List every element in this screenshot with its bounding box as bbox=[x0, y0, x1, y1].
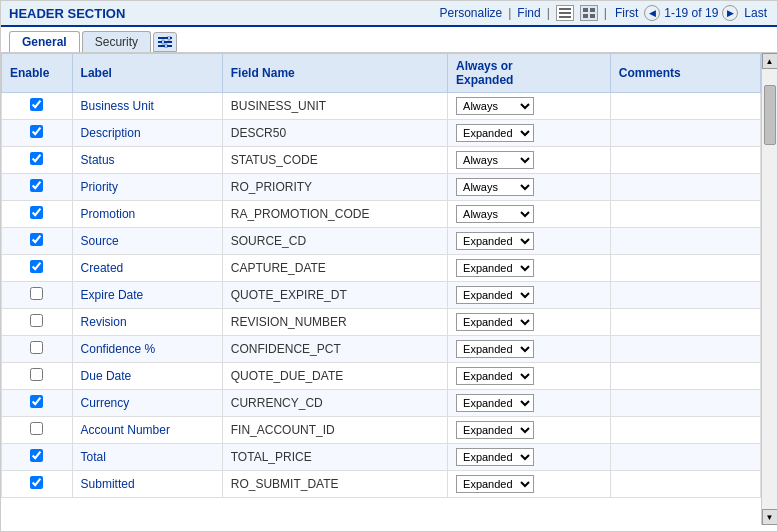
comments-cell bbox=[610, 309, 760, 336]
field-name-cell: DESCR50 bbox=[222, 120, 447, 147]
label-link[interactable]: Currency bbox=[81, 396, 130, 410]
label-link[interactable]: Total bbox=[81, 450, 106, 464]
table-row: RevisionREVISION_NUMBERAlwaysExpanded bbox=[2, 309, 761, 336]
expanded-select[interactable]: AlwaysExpanded bbox=[456, 97, 534, 115]
table-wrapper: Enable Label Field Name Always orExpande… bbox=[1, 53, 777, 525]
comments-cell bbox=[610, 201, 760, 228]
expanded-select[interactable]: AlwaysExpanded bbox=[456, 286, 534, 304]
table-header-row: Enable Label Field Name Always orExpande… bbox=[2, 54, 761, 93]
comments-cell bbox=[610, 120, 760, 147]
enable-checkbox[interactable] bbox=[30, 341, 43, 354]
expanded-select[interactable]: AlwaysExpanded bbox=[456, 232, 534, 250]
svg-rect-10 bbox=[168, 36, 170, 40]
tab-customize-icon[interactable] bbox=[153, 32, 177, 52]
enable-checkbox[interactable] bbox=[30, 152, 43, 165]
enable-checkbox[interactable] bbox=[30, 179, 43, 192]
label-link[interactable]: Business Unit bbox=[81, 99, 154, 113]
field-name-cell: STATUS_CODE bbox=[222, 147, 447, 174]
view-icon-2[interactable] bbox=[580, 5, 598, 21]
enable-checkbox[interactable] bbox=[30, 206, 43, 219]
label-link[interactable]: Expire Date bbox=[81, 288, 144, 302]
label-link[interactable]: Submitted bbox=[81, 477, 135, 491]
page-range: 1-19 of 19 bbox=[664, 6, 718, 20]
comments-cell bbox=[610, 444, 760, 471]
enable-checkbox[interactable] bbox=[30, 368, 43, 381]
label-link[interactable]: Promotion bbox=[81, 207, 136, 221]
col-fieldname: Field Name bbox=[222, 54, 447, 93]
enable-checkbox[interactable] bbox=[30, 449, 43, 462]
scrollbar-thumb[interactable] bbox=[764, 85, 776, 145]
label-link[interactable]: Description bbox=[81, 126, 141, 140]
col-comments: Comments bbox=[610, 54, 760, 93]
enable-checkbox[interactable] bbox=[30, 125, 43, 138]
enable-checkbox[interactable] bbox=[30, 476, 43, 489]
label-link[interactable]: Created bbox=[81, 261, 124, 275]
table-scroll[interactable]: Enable Label Field Name Always orExpande… bbox=[1, 53, 761, 525]
table-row: TotalTOTAL_PRICEAlwaysExpanded bbox=[2, 444, 761, 471]
expanded-select[interactable]: AlwaysExpanded bbox=[456, 448, 534, 466]
view-icon-1[interactable] bbox=[556, 5, 574, 21]
field-name-cell: RO_SUBMIT_DATE bbox=[222, 471, 447, 498]
scroll-up-arrow[interactable]: ▲ bbox=[762, 53, 778, 69]
label-link[interactable]: Source bbox=[81, 234, 119, 248]
expanded-select[interactable]: AlwaysExpanded bbox=[456, 421, 534, 439]
label-link[interactable]: Account Number bbox=[81, 423, 170, 437]
table-row: Confidence %CONFIDENCE_PCTAlwaysExpanded bbox=[2, 336, 761, 363]
expanded-select[interactable]: AlwaysExpanded bbox=[456, 394, 534, 412]
table-row: Business UnitBUSINESS_UNITAlwaysExpanded bbox=[2, 93, 761, 120]
label-link[interactable]: Revision bbox=[81, 315, 127, 329]
next-icon[interactable]: ▶ bbox=[722, 5, 738, 21]
enable-checkbox[interactable] bbox=[30, 422, 43, 435]
comments-cell bbox=[610, 390, 760, 417]
table-row: CurrencyCURRENCY_CDAlwaysExpanded bbox=[2, 390, 761, 417]
field-name-cell: CAPTURE_DATE bbox=[222, 255, 447, 282]
enable-checkbox[interactable] bbox=[30, 395, 43, 408]
enable-checkbox[interactable] bbox=[30, 314, 43, 327]
expanded-select[interactable]: AlwaysExpanded bbox=[456, 178, 534, 196]
field-name-cell: REVISION_NUMBER bbox=[222, 309, 447, 336]
expanded-select[interactable]: AlwaysExpanded bbox=[456, 259, 534, 277]
comments-cell bbox=[610, 282, 760, 309]
comments-cell bbox=[610, 336, 760, 363]
expanded-select[interactable]: AlwaysExpanded bbox=[456, 313, 534, 331]
enable-checkbox[interactable] bbox=[30, 260, 43, 273]
comments-cell bbox=[610, 417, 760, 444]
field-name-cell: QUOTE_EXPIRE_DT bbox=[222, 282, 447, 309]
field-name-cell: RO_PRIORITY bbox=[222, 174, 447, 201]
expanded-select[interactable]: AlwaysExpanded bbox=[456, 205, 534, 223]
svg-rect-11 bbox=[162, 40, 164, 44]
label-link[interactable]: Due Date bbox=[81, 369, 132, 383]
prev-icon[interactable]: ◀ bbox=[644, 5, 660, 21]
expanded-select[interactable]: AlwaysExpanded bbox=[456, 367, 534, 385]
col-expanded: Always orExpanded bbox=[448, 54, 611, 93]
enable-checkbox[interactable] bbox=[30, 287, 43, 300]
comments-cell bbox=[610, 147, 760, 174]
last-button[interactable]: Last bbox=[742, 6, 769, 20]
personalize-link[interactable]: Personalize bbox=[440, 6, 503, 20]
expanded-select[interactable]: AlwaysExpanded bbox=[456, 340, 534, 358]
svg-rect-1 bbox=[559, 12, 571, 14]
field-name-cell: CURRENCY_CD bbox=[222, 390, 447, 417]
svg-rect-5 bbox=[583, 14, 588, 18]
label-link[interactable]: Status bbox=[81, 153, 115, 167]
scroll-down-arrow[interactable]: ▼ bbox=[762, 509, 778, 525]
find-link[interactable]: Find bbox=[517, 6, 540, 20]
tab-general[interactable]: General bbox=[9, 31, 80, 52]
table-row: Due DateQUOTE_DUE_DATEAlwaysExpanded bbox=[2, 363, 761, 390]
table-row: DescriptionDESCR50AlwaysExpanded bbox=[2, 120, 761, 147]
field-name-cell: TOTAL_PRICE bbox=[222, 444, 447, 471]
expanded-select[interactable]: AlwaysExpanded bbox=[456, 475, 534, 493]
expanded-select[interactable]: AlwaysExpanded bbox=[456, 151, 534, 169]
first-button[interactable]: First bbox=[613, 6, 640, 20]
table-row: Account NumberFIN_ACCOUNT_IDAlwaysExpand… bbox=[2, 417, 761, 444]
svg-rect-0 bbox=[559, 8, 571, 10]
label-link[interactable]: Priority bbox=[81, 180, 118, 194]
label-link[interactable]: Confidence % bbox=[81, 342, 156, 356]
expanded-select[interactable]: AlwaysExpanded bbox=[456, 124, 534, 142]
tab-security[interactable]: Security bbox=[82, 31, 151, 52]
comments-cell bbox=[610, 228, 760, 255]
enable-checkbox[interactable] bbox=[30, 98, 43, 111]
svg-rect-6 bbox=[590, 14, 595, 18]
svg-rect-8 bbox=[158, 41, 172, 43]
enable-checkbox[interactable] bbox=[30, 233, 43, 246]
